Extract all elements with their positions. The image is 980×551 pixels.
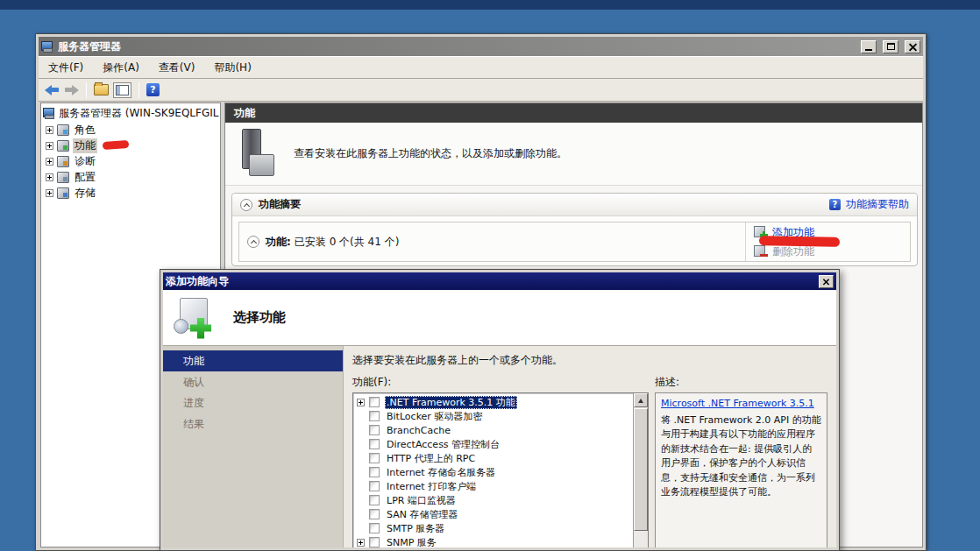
tree-item-label[interactable]: 角色 [73,123,97,138]
feature-row[interactable]: DirectAccess 管理控制台 [353,437,633,451]
feature-label[interactable]: DirectAccess 管理控制台 [385,438,501,451]
feature-label[interactable]: HTTP 代理上的 RPC [385,452,477,465]
tree-item-icon [57,124,69,136]
feature-row[interactable]: BranchCache [353,423,633,437]
tree-item-label[interactable]: 配置 [73,170,97,185]
tree-item-label[interactable]: 存储 [73,186,97,201]
feature-label[interactable]: SNMP 服务 [385,536,438,548]
menu-item[interactable]: 文件(F) [39,57,93,79]
feature-row[interactable]: .NET Framework 3.5.1 功能 [353,395,633,409]
tree-item-icon [57,140,69,152]
features-summary-title: 功能摘要 [259,197,829,212]
feature-label[interactable]: SMTP 服务器 [385,522,446,535]
feature-checkbox[interactable] [369,467,380,477]
expand-icon[interactable] [46,126,53,134]
wizard-steps: 功能 确认 进度 结果 [163,346,344,547]
tree-item-label[interactable]: 功能 [73,138,97,153]
feature-row[interactable]: Internet 存储命名服务器 [353,465,633,479]
expand-icon[interactable] [357,399,365,406]
wizard-step[interactable]: 进度 [163,392,343,413]
feature-checkbox[interactable] [369,495,380,505]
red-marker-annotation-add-features [759,236,840,247]
wizard-step[interactable]: 结果 [163,413,343,434]
toolbar-separator [138,82,139,98]
feature-row[interactable]: Internet 打印客户端 [353,479,633,493]
window-titlebar[interactable]: 服务器管理器 [39,37,923,56]
tree-item-label[interactable]: 诊断 [73,154,97,169]
feature-checkbox[interactable] [369,439,380,449]
features-summary-header: 功能摘要 功能摘要帮助 [232,194,917,216]
feature-checkbox[interactable] [369,481,380,491]
wizard-step[interactable]: 确认 [163,371,343,392]
desktop-top-strip [0,0,980,10]
tree-root[interactable]: 服务器管理器 (WIN-SK9EQLFGIL [41,105,220,122]
feature-label[interactable]: BitLocker 驱动器加密 [385,410,484,423]
expand-icon[interactable] [357,539,365,547]
menu-item[interactable]: 查看(V) [149,57,205,79]
feature-row[interactable]: SMTP 服务器 [353,521,633,535]
dialog-titlebar[interactable]: 添加功能向导 [163,272,836,290]
feature-checkbox[interactable] [369,509,380,519]
feature-label[interactable]: LPR 端口监视器 [385,494,458,507]
scrollbar-thumb[interactable] [634,408,648,531]
add-features-wizard-icon [172,296,214,340]
expand-icon[interactable] [46,173,53,181]
feature-label[interactable]: Internet 存储命名服务器 [385,466,497,479]
feature-label[interactable]: BranchCache [385,425,452,436]
expand-icon[interactable] [46,142,53,150]
back-icon[interactable] [45,85,60,95]
tree-item[interactable]: 配置 [41,169,220,185]
collapse-chevron-icon[interactable] [240,199,252,211]
features-summary-help-link[interactable]: 功能摘要帮助 [846,197,909,212]
scrollbar[interactable] [633,393,648,547]
feature-checkbox[interactable] [369,453,380,463]
feature-row[interactable]: LPR 端口监视器 [353,493,633,507]
feature-row[interactable]: HTTP 代理上的 RPC [353,451,633,465]
wizard-step[interactable]: 功能 [163,350,343,371]
menu-bar: 文件(F) 操作(A) 查看(V) 帮助(H) [39,56,923,79]
close-button[interactable] [905,40,920,53]
help-icon[interactable] [146,83,160,96]
tree-item[interactable]: 角色 [41,122,220,138]
tree-item[interactable]: 诊断 [41,153,220,169]
window-title: 服务器管理器 [58,39,855,54]
expand-icon[interactable] [46,189,53,197]
feature-checkbox[interactable] [369,397,380,407]
feature-label[interactable]: SAN 存储管理器 [385,508,459,521]
maximize-icon [887,43,895,50]
tree-item[interactable]: 功能 [41,138,220,153]
close-icon [823,278,829,284]
feature-row[interactable]: SAN 存储管理器 [353,507,633,521]
tree-root-label: 服务器管理器 (WIN-SK9EQLFGIL [59,106,218,121]
menu-item[interactable]: 操作(A) [93,57,149,79]
maximize-button[interactable] [883,40,898,53]
scroll-up-icon[interactable] [634,393,648,407]
wizard-step-label: 功能 [183,354,204,369]
features-toolbox-icon [236,128,274,180]
server-manager-icon [41,41,53,53]
feature-checkbox[interactable] [369,537,380,547]
forward-icon[interactable] [64,85,79,95]
wizard-instruction: 选择要安装在此服务器上的一个或多个功能。 [352,353,827,368]
feature-checkbox[interactable] [369,411,380,421]
feature-list-label: 功能(F): [352,375,649,389]
show-console-tree-icon[interactable] [94,84,109,95]
expand-icon[interactable] [46,158,53,166]
console-panes-icon [116,85,129,95]
menu-item[interactable]: 帮助(H) [204,57,260,79]
feature-row[interactable]: SNMP 服务 [353,535,633,547]
framework-description-link[interactable]: Microsoft .NET Framework 3.5.1 [661,397,814,412]
feature-checkbox[interactable] [369,425,380,435]
tree-item-icon [57,156,69,167]
wizard-header: 选择功能 [163,290,836,346]
feature-label[interactable]: Internet 打印客户端 [385,480,478,493]
collapse-chevron-icon[interactable] [247,236,259,248]
wizard-step-label: 结果 [183,417,204,432]
feature-row[interactable]: BitLocker 驱动器加密 [353,409,633,423]
feature-label[interactable]: .NET Framework 3.5.1 功能 [385,396,517,409]
dialog-close-button[interactable] [819,275,834,288]
minimize-button[interactable] [861,40,877,53]
feature-checkbox[interactable] [369,523,380,533]
tree-item[interactable]: 存储 [41,185,220,201]
console-panes-button[interactable] [113,82,131,98]
